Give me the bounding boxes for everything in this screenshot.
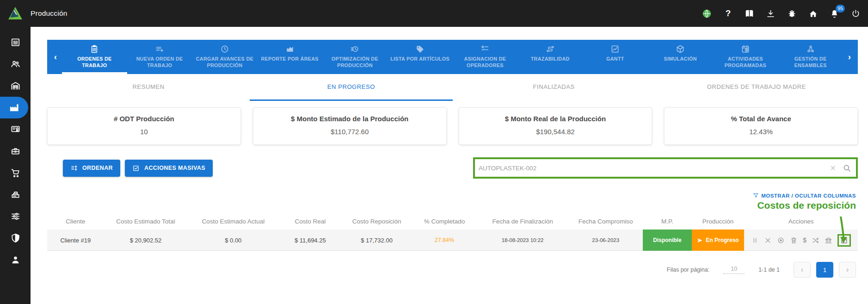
view-details-icon[interactable] xyxy=(777,236,785,244)
sidebar-item-news-icon[interactable] xyxy=(0,31,31,53)
cell-completado: 27.84% xyxy=(412,237,477,243)
stat-card-monto-estimado: $ Monto Estimado de la Producción $110,7… xyxy=(253,107,447,145)
col-fecha-compromiso: Fecha Compromiso xyxy=(568,218,643,225)
factory-building-icon[interactable] xyxy=(825,236,832,244)
row-actions: $ xyxy=(744,234,857,247)
acciones-masivas-button-label: ACCIONES MASIVAS xyxy=(144,165,205,171)
search-input[interactable] xyxy=(479,161,830,175)
sidebar-item-certificate-icon[interactable] xyxy=(0,118,31,140)
transfer-shuffle-icon[interactable] xyxy=(812,236,819,244)
tab-gantt[interactable]: GANTT xyxy=(583,40,648,74)
reposition-costs-icon[interactable] xyxy=(840,236,848,244)
cancel-icon[interactable] xyxy=(764,236,772,244)
next-page-button[interactable]: › xyxy=(839,262,856,278)
costs-dollar-icon[interactable]: $ xyxy=(803,236,806,244)
language-globe-icon[interactable] xyxy=(702,9,712,19)
tab-gestion-ensambles[interactable]: GESTIÓN DE ENSAMBLES xyxy=(778,40,843,74)
toggle-columns-label: MOSTRAR / OCULTAR COLUMNAS xyxy=(761,193,856,199)
table-header-row: Cliente Costo Estimado Total Costo Estim… xyxy=(47,213,858,230)
ordenar-button[interactable]: ORDENAR xyxy=(63,160,120,177)
col-acciones: Acciones xyxy=(744,218,857,225)
stat-card-monto-real: $ Monto Real de la Producción $190,544.8… xyxy=(459,107,653,145)
subtab-en-progreso[interactable]: EN PROGRESO xyxy=(250,74,452,101)
sidebar xyxy=(0,27,31,304)
search-icon[interactable] xyxy=(843,164,851,173)
toggle-columns-link[interactable]: MOSTRAR / OCULTAR COLUMNAS xyxy=(31,192,868,199)
tab-cargar-avances[interactable]: CARGAR AVANCES DE PRODUCCIÓN xyxy=(192,40,258,74)
delete-trash-icon[interactable] xyxy=(790,236,798,244)
topbar: Producción ? xyxy=(0,0,868,27)
subtab-ordenes-madre[interactable]: ORDENES DE TRABAJO MADRE xyxy=(655,74,858,101)
notifications-bell-icon[interactable]: 95 xyxy=(830,9,839,19)
pagination: Filas por página: 10 1-1 de 1 ‹ 1 › xyxy=(31,262,868,278)
bug-report-icon[interactable] xyxy=(787,9,797,19)
col-costo-estimado-actual: Costo Estimado Actual xyxy=(187,218,279,225)
col-mp: M.P. xyxy=(643,218,691,225)
sidebar-item-toolbox-icon[interactable] xyxy=(0,140,31,162)
tab-optimizacion[interactable]: OPTIMIZACIÓN DE PRODUCCIÓN xyxy=(322,40,388,74)
annotation-costos-reposicion: Costos de reposición xyxy=(31,200,868,211)
main-content: ‹ ORDENES DE TRABAJO NUEVA ORDEN DE TRAB… xyxy=(31,27,868,304)
pause-icon[interactable] xyxy=(751,236,759,244)
module-tabbar: ‹ ORDENES DE TRABAJO NUEVA ORDEN DE TRAB… xyxy=(47,40,858,74)
sidebar-item-profile-person-icon[interactable] xyxy=(0,249,31,271)
col-costo-real: Costo Real xyxy=(279,218,341,225)
cell-fecha-compromiso: 23-06-2023 xyxy=(568,237,643,243)
sidebar-item-people-icon[interactable] xyxy=(0,53,31,75)
ordenar-button-label: ORDENAR xyxy=(82,165,113,171)
work-orders-table: Cliente Costo Estimado Total Costo Estim… xyxy=(47,213,858,251)
col-completado: % Completado xyxy=(412,218,477,225)
sidebar-item-cash-register-icon[interactable] xyxy=(0,184,31,205)
tab-simulacion[interactable]: SIMULACIÓN xyxy=(648,40,713,74)
filter-funnel-icon xyxy=(753,192,759,199)
search-box-highlighted: ✕ xyxy=(473,157,858,179)
stat-cards: # ODT Producción 10 $ Monto Estimado de … xyxy=(47,107,858,145)
rows-per-page-select[interactable]: 10 xyxy=(723,266,745,274)
tab-lista-articulos[interactable]: LISTA POR ARTÍCULOS xyxy=(388,40,453,74)
rocket-icon xyxy=(697,237,703,243)
acciones-masivas-button[interactable]: ACCIONES MASIVAS xyxy=(125,160,213,177)
col-costo-reposicion: Costo Reposición xyxy=(341,218,412,225)
help-icon[interactable]: ? xyxy=(723,9,733,19)
power-logout-icon[interactable] xyxy=(851,9,861,19)
documentation-book-icon[interactable] xyxy=(745,9,754,19)
sidebar-item-production-factory-icon[interactable] xyxy=(0,97,28,118)
table-row: Cliente #19 $ 20,902.52 $ 0.00 $ 11,694.… xyxy=(47,230,858,251)
tab-ordenes-de-trabajo[interactable]: ORDENES DE TRABAJO xyxy=(62,40,127,74)
status-subtabs: RESUMEN EN PROGRESO FINALIZADAS ORDENES … xyxy=(47,74,858,101)
tab-asignacion-operadores[interactable]: ASIGNACION DE OPERADORES xyxy=(453,40,518,74)
sidebar-item-settings-sliders-icon[interactable] xyxy=(0,205,31,227)
mp-status-badge[interactable]: Disponible xyxy=(643,230,691,251)
page-1-button[interactable]: 1 xyxy=(816,262,833,278)
cell-fecha-finalizacion: 18-08-2023 10:22 xyxy=(477,237,568,243)
prev-page-button[interactable]: ‹ xyxy=(794,262,811,278)
sidebar-item-security-shield-icon[interactable] xyxy=(0,227,31,249)
cell-costo-real: $ 11,694.25 xyxy=(279,237,341,244)
tab-trazabilidad[interactable]: TRAZABILIDAD xyxy=(517,40,583,74)
cell-cliente: Cliente #19 xyxy=(47,237,104,244)
subtab-finalizadas[interactable]: FINALIZADAS xyxy=(453,74,655,101)
home-icon[interactable] xyxy=(808,9,818,19)
tab-reporte-areas[interactable]: REPORTE POR ÁREAS xyxy=(257,40,322,74)
tab-actividades-programadas[interactable]: ACTIVIDADES PROGRAMADAS xyxy=(713,40,778,74)
tabs-scroll-right-icon[interactable]: › xyxy=(843,40,856,74)
cell-costo-estimado-actual: $ 0.00 xyxy=(187,237,279,244)
tab-nueva-orden[interactable]: NUEVA ORDEN DE TRABAJO xyxy=(127,40,192,74)
subtab-resumen[interactable]: RESUMEN xyxy=(47,74,250,101)
sidebar-item-warehouse-icon[interactable] xyxy=(0,75,31,97)
page-title: Producción xyxy=(31,9,68,18)
rows-per-page-label: Filas por página: xyxy=(667,267,709,273)
app-logo-icon xyxy=(0,6,31,21)
produccion-status-badge[interactable]: En Progreso xyxy=(692,230,745,251)
download-icon[interactable] xyxy=(766,9,776,19)
col-fecha-finalizacion: Fecha de Finalización xyxy=(477,218,568,225)
col-costo-estimado-total: Costo Estimado Total xyxy=(104,218,188,225)
tabs-scroll-left-icon[interactable]: ‹ xyxy=(49,40,62,74)
col-produccion: Producción xyxy=(692,218,745,225)
sidebar-item-cart-icon[interactable] xyxy=(0,162,31,184)
pagination-range: 1-1 de 1 xyxy=(758,267,780,273)
reposition-costs-highlight-box xyxy=(837,234,851,247)
search-clear-icon[interactable]: ✕ xyxy=(830,164,836,173)
notification-count-badge: 95 xyxy=(836,5,845,12)
cell-costo-reposicion: $ 17,732.00 xyxy=(341,237,412,244)
